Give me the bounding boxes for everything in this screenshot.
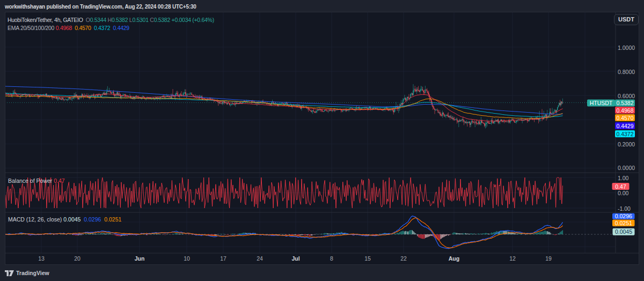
svg-text:13: 13 bbox=[38, 255, 45, 262]
svg-text:0.4968: 0.4968 bbox=[616, 107, 633, 114]
svg-text:12: 12 bbox=[509, 255, 516, 262]
svg-text:0.2000: 0.2000 bbox=[618, 141, 635, 147]
svg-text:0.5382: 0.5382 bbox=[616, 100, 633, 106]
svg-text:1.0000: 1.0000 bbox=[618, 45, 635, 51]
svg-text:0.0296: 0.0296 bbox=[615, 213, 632, 219]
svg-text:17: 17 bbox=[220, 255, 226, 262]
svg-text:8: 8 bbox=[330, 255, 333, 262]
svg-text:0.0045: 0.0045 bbox=[615, 228, 632, 235]
svg-text:20: 20 bbox=[74, 255, 80, 262]
svg-text:1.00: 1.00 bbox=[618, 175, 629, 181]
svg-text:0.00: 0.00 bbox=[618, 190, 629, 196]
svg-text:0.0000: 0.0000 bbox=[618, 165, 635, 171]
svg-text:15: 15 bbox=[364, 255, 371, 262]
svg-text:Aug: Aug bbox=[449, 255, 459, 262]
svg-text:0.4372: 0.4372 bbox=[616, 131, 633, 137]
svg-text:0.8000: 0.8000 bbox=[618, 69, 635, 75]
svg-text:0.0251: 0.0251 bbox=[615, 220, 632, 226]
svg-text:0.47: 0.47 bbox=[615, 183, 626, 190]
svg-text:10: 10 bbox=[184, 255, 190, 262]
svg-text:0.4429: 0.4429 bbox=[616, 123, 633, 129]
svg-text:22: 22 bbox=[400, 255, 407, 262]
svg-text:0.6000: 0.6000 bbox=[618, 93, 635, 99]
svg-text:Jul: Jul bbox=[291, 255, 299, 262]
svg-text:0.4570: 0.4570 bbox=[616, 115, 633, 121]
svg-text:-1.00: -1.00 bbox=[618, 205, 631, 212]
svg-text:HTUSDT: HTUSDT bbox=[590, 100, 613, 106]
svg-text:Jun: Jun bbox=[135, 255, 145, 262]
svg-text:24: 24 bbox=[257, 255, 263, 262]
svg-text:19: 19 bbox=[545, 255, 552, 262]
